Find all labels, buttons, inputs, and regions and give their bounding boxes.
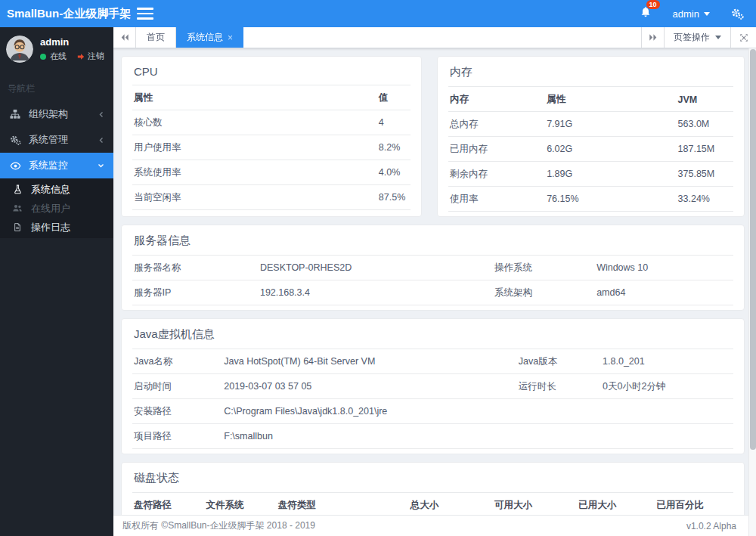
vertical-scrollbar[interactable]	[748, 48, 756, 536]
cpu-card: CPU 属性 值 核心数4 用户使用率8.2% 系统使用率4.0% 当前空闲率8…	[121, 56, 422, 217]
sidebar-subitem-online-users[interactable]: 在线用户	[0, 199, 113, 218]
column-header: 文件系统	[204, 493, 276, 515]
flask-icon	[11, 184, 23, 194]
column-header: 盘符类型	[277, 493, 409, 515]
table-row: 当前空闲率87.5%	[132, 185, 411, 210]
tab-system-info[interactable]: 系统信息 ×	[176, 27, 243, 48]
footer: 版权所有 ©SmallBun-企业级脚手架 2018 - 2019 v1.0.2…	[113, 515, 756, 536]
table-row: Java名称Java HotSpot(TM) 64-Bit Server VM …	[132, 349, 733, 374]
tab-close-icon[interactable]: ×	[228, 33, 233, 42]
notification-badge: 10	[646, 0, 660, 9]
sidebar-item-label: 系统管理	[29, 133, 68, 147]
column-header: 属性	[132, 85, 377, 110]
tabs-scroll-right-button[interactable]	[641, 27, 664, 48]
app-logo: SmallBun-企业级脚手架	[0, 7, 131, 21]
column-header: 盘符路径	[132, 493, 204, 515]
version-text: v1.0.2 Alpha	[686, 521, 736, 531]
sidebar-subitem-label: 系统信息	[31, 183, 70, 197]
chevron-left-icon	[98, 137, 104, 144]
table-row: 系统使用率4.0%	[132, 160, 411, 185]
settings-gears-icon[interactable]	[731, 8, 744, 20]
sitemap-icon	[9, 109, 21, 119]
tabbar: 首页 系统信息 × 页签操作	[113, 27, 756, 48]
sidebar-item-org[interactable]: 组织架构	[0, 101, 113, 127]
chevron-down-icon	[715, 36, 721, 39]
main-content: CPU 属性 值 核心数4 用户使用率8.2% 系统使用率4.0% 当前空闲率8…	[113, 48, 756, 515]
column-header: 属性	[545, 87, 676, 112]
disk-status-card: 磁盘状态 盘符路径 文件系统 盘符类型 总大小 可用大小 已用大小 已用百分比 …	[121, 462, 745, 515]
table-row: 用户使用率8.2%	[132, 135, 411, 160]
memory-title: 内存	[448, 57, 733, 87]
user-panel: admin 在线 注销	[0, 27, 113, 70]
system-monitor-submenu: 系统信息 在线用户 操作日志	[0, 178, 113, 238]
table-row: 总内存7.91G563.0M	[448, 112, 733, 137]
copyright-text: 版权所有 ©SmallBun-企业级脚手架 2018 - 2019	[122, 519, 315, 532]
table-row: 已用内存6.02G187.15M	[448, 137, 733, 162]
server-info-title: 服务器信息	[132, 225, 733, 256]
table-row: 服务器名称DESKTOP-0RHES2D 操作系统Windows 10	[132, 256, 733, 280]
jvm-info-card: Java虚拟机信息 Java名称Java HotSpot(TM) 64-Bit …	[121, 318, 745, 454]
jvm-info-title: Java虚拟机信息	[132, 319, 733, 349]
jvm-info-table: Java名称Java HotSpot(TM) 64-Bit Server VM …	[132, 349, 733, 449]
logout-link[interactable]: 注销	[77, 51, 104, 62]
tabs-scroll-left-button[interactable]	[113, 27, 136, 48]
eye-icon	[9, 160, 21, 172]
sidebar-subitem-operation-log[interactable]: 操作日志	[0, 218, 113, 237]
online-status-label: 在线	[50, 51, 67, 62]
table-row: 使用率76.15%33.24%	[448, 187, 733, 212]
sidebar-subitem-label: 操作日志	[31, 221, 70, 234]
disk-status-table: 盘符路径 文件系统 盘符类型 总大小 可用大小 已用大小 已用百分比 C:\NT…	[132, 493, 733, 515]
users-icon	[11, 203, 23, 213]
sidebar-item-label: 系统监控	[29, 159, 68, 172]
sidebar-subitem-label: 在线用户	[31, 202, 70, 215]
online-status-icon	[40, 54, 46, 60]
table-row: 安装路径C:\Program Files\Java\jdk1.8.0_201\j…	[132, 399, 733, 424]
header-username: admin	[673, 8, 699, 20]
column-header: 已用百分比	[655, 493, 733, 515]
table-row: 服务器IP192.168.3.4 系统架构amd64	[132, 280, 733, 305]
sidebar-item-system-monitor[interactable]: 系统监控	[0, 153, 113, 178]
sidebar-item-label: 组织架构	[29, 107, 68, 121]
table-row: 剩余内存1.89G375.85M	[448, 162, 733, 187]
disk-status-title: 磁盘状态	[132, 463, 733, 493]
table-row: 核心数4	[132, 110, 411, 135]
fullscreen-button[interactable]	[730, 27, 756, 48]
memory-table: 内存 属性 JVM 总内存7.91G563.0M 已用内存6.02G187.15…	[448, 87, 733, 212]
column-header: JVM	[677, 87, 733, 112]
chevron-down-icon	[98, 163, 104, 169]
cpu-title: CPU	[132, 57, 411, 85]
gears-icon	[9, 135, 21, 146]
table-row: 启动时间2019-03-07 03 57 05 运行时长0天0小时2分钟	[132, 374, 733, 399]
server-info-card: 服务器信息 服务器名称DESKTOP-0RHES2D 操作系统Windows 1…	[121, 225, 745, 311]
sidebar: admin 在线 注销 导航栏	[0, 27, 113, 536]
tab-operations-dropdown[interactable]: 页签操作	[664, 27, 730, 48]
scrollbar-thumb[interactable]	[750, 49, 756, 450]
chevron-left-icon	[98, 111, 104, 118]
sidebar-toggle-icon[interactable]	[137, 8, 153, 20]
file-icon	[11, 222, 23, 232]
sidebar-username: admin	[40, 36, 104, 48]
column-header: 已用大小	[577, 493, 655, 515]
top-header: SmallBun-企业级脚手架 10 admin	[0, 0, 756, 27]
tab-home[interactable]: 首页	[136, 27, 176, 48]
cpu-table: 属性 值 核心数4 用户使用率8.2% 系统使用率4.0% 当前空闲率87.5%	[132, 85, 411, 210]
column-header: 总大小	[409, 493, 493, 515]
chevron-down-icon	[704, 12, 710, 16]
memory-card: 内存 内存 属性 JVM 总内存7.91G563.0M 已用内存6.02G187…	[437, 56, 745, 217]
sidebar-subitem-system-info[interactable]: 系统信息	[0, 180, 113, 199]
column-header: 可用大小	[493, 493, 577, 515]
table-row: 项目路径F:\smallbun	[132, 424, 733, 449]
nav-section-label: 导航栏	[0, 70, 113, 101]
sidebar-item-system-manage[interactable]: 系统管理	[0, 127, 113, 153]
notifications-button[interactable]: 10	[640, 6, 652, 21]
logout-arrow-icon	[77, 53, 85, 60]
avatar[interactable]	[6, 36, 33, 63]
column-header: 值	[377, 85, 411, 110]
user-dropdown[interactable]: admin	[673, 8, 710, 20]
column-header: 内存	[448, 87, 545, 112]
server-info-table: 服务器名称DESKTOP-0RHES2D 操作系统Windows 10 服务器I…	[132, 256, 733, 305]
